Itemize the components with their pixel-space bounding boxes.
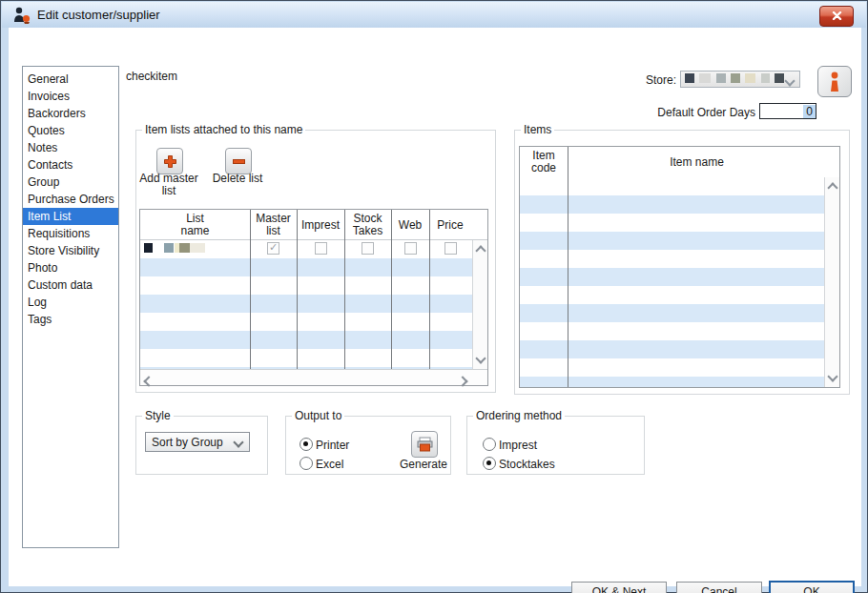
item-lists-table-body: [140, 240, 473, 369]
cancel-button[interactable]: Cancel: [676, 582, 762, 593]
window-title: Edit customer/supplier: [37, 8, 160, 22]
customer-name-value: checkitem: [126, 70, 177, 83]
imprest-radio[interactable]: [483, 438, 496, 451]
delete-list-label: Delete list: [203, 173, 272, 185]
add-master-list-button[interactable]: [156, 148, 183, 174]
redacted-text-block: [179, 243, 190, 253]
stocktakes-radio-label: Stocktakes: [499, 458, 555, 471]
chevron-down-icon: [233, 437, 243, 447]
column-divider: [297, 210, 298, 369]
ok-button[interactable]: OK: [769, 581, 855, 593]
sidebar-item-group[interactable]: Group: [23, 174, 118, 191]
table-row[interactable]: [140, 240, 473, 258]
category-sidebar: General Invoices Backorders Quotes Notes…: [22, 66, 119, 548]
sidebar-item-requisitions[interactable]: Requisitions: [23, 225, 118, 242]
scroll-left-icon[interactable]: [145, 375, 153, 388]
column-header-master-list[interactable]: Master list: [250, 210, 297, 240]
sidebar-item-purchase-orders[interactable]: Purchase Orders: [23, 191, 118, 208]
redacted-text-block: [144, 243, 153, 253]
sidebar-item-store-visibility[interactable]: Store Visibility: [23, 242, 118, 259]
sidebar-item-backorders[interactable]: Backorders: [23, 105, 118, 122]
items-panel-title: Items: [521, 123, 554, 136]
imprest-checkbox[interactable]: [315, 242, 327, 255]
web-checkbox[interactable]: [404, 242, 417, 255]
sidebar-item-tags[interactable]: Tags: [23, 311, 118, 328]
sidebar-item-item-list[interactable]: Item List: [23, 208, 118, 225]
dialog-edit-customer-supplier: Edit customer/supplier General Invoices …: [0, 0, 868, 593]
scroll-right-icon[interactable]: [459, 375, 466, 388]
generate-button-label: Generate: [396, 459, 451, 471]
dialog-body: General Invoices Backorders Quotes Notes…: [9, 28, 861, 586]
column-header-item-code[interactable]: Item code: [520, 147, 568, 177]
style-dropdown-value: Sort by Group: [152, 436, 223, 449]
store-label: Store:: [619, 73, 676, 87]
vertical-scrollbar[interactable]: [824, 177, 839, 387]
person-edit-icon: [12, 7, 31, 24]
items-table-body: [520, 177, 826, 387]
item-lists-table-header: List name Master list Imprest Stock Take…: [140, 210, 487, 240]
sidebar-item-log[interactable]: Log: [23, 294, 118, 311]
column-header-item-name[interactable]: Item name: [568, 147, 826, 177]
column-divider: [344, 210, 345, 369]
master-list-checkbox[interactable]: [267, 242, 279, 255]
imprest-radio-label: Imprest: [499, 439, 537, 452]
store-dropdown[interactable]: [680, 71, 800, 88]
plus-icon: [163, 154, 177, 169]
scroll-down-icon[interactable]: [829, 370, 837, 383]
stock-takes-checkbox[interactable]: [362, 242, 374, 255]
delete-list-button[interactable]: [225, 148, 252, 174]
scroll-up-icon[interactable]: [829, 181, 837, 194]
column-divider: [250, 210, 251, 369]
column-header-imprest[interactable]: Imprest: [297, 210, 344, 240]
redacted-text-block: [190, 243, 205, 253]
sidebar-item-quotes[interactable]: Quotes: [23, 122, 118, 139]
output-panel-title: Output to: [292, 409, 344, 422]
sidebar-item-notes[interactable]: Notes: [23, 139, 118, 156]
item-lists-panel-title: Item lists attached to this name: [142, 123, 305, 136]
scroll-up-icon[interactable]: [477, 244, 485, 257]
column-header-stock-takes[interactable]: Stock Takes: [344, 210, 391, 240]
titlebar: Edit customer/supplier: [2, 2, 866, 28]
column-divider: [429, 210, 430, 369]
info-icon: [828, 72, 841, 92]
printer-radio-label: Printer: [316, 439, 349, 452]
close-icon: [832, 11, 842, 21]
info-button[interactable]: [817, 66, 852, 97]
redacted-store-value: [685, 72, 786, 86]
ordering-panel-title: Ordering method: [473, 409, 565, 422]
excel-radio[interactable]: [300, 457, 313, 470]
close-button[interactable]: [819, 6, 854, 27]
sidebar-item-contacts[interactable]: Contacts: [23, 156, 118, 174]
column-divider: [391, 210, 392, 369]
sidebar-item-invoices[interactable]: Invoices: [23, 88, 118, 105]
column-header-price[interactable]: Price: [429, 210, 471, 240]
sidebar-item-custom-data[interactable]: Custom data: [23, 276, 118, 294]
column-divider: [568, 147, 568, 387]
sidebar-item-photo[interactable]: Photo: [23, 259, 118, 276]
ok-next-button[interactable]: OK & Next: [571, 582, 667, 593]
printer-radio[interactable]: [300, 438, 313, 451]
default-order-days-value: 0: [803, 105, 816, 118]
add-master-list-label: Add master list: [136, 173, 201, 197]
minus-icon: [232, 154, 246, 169]
excel-radio-label: Excel: [316, 458, 343, 471]
scroll-down-icon[interactable]: [477, 352, 485, 365]
style-dropdown[interactable]: Sort by Group: [145, 432, 250, 452]
column-header-list-name[interactable]: List name: [140, 210, 250, 240]
default-order-days-label: Default Order Days: [633, 106, 755, 119]
item-lists-table: List name Master list Imprest Stock Take…: [139, 209, 488, 386]
price-checkbox[interactable]: [444, 242, 457, 255]
stocktakes-radio[interactable]: [483, 457, 496, 470]
style-panel-title: Style: [142, 409, 174, 422]
vertical-scrollbar[interactable]: [472, 240, 487, 369]
items-table: Item code Item name: [519, 146, 840, 388]
generate-button[interactable]: [411, 431, 438, 458]
horizontal-scrollbar[interactable]: [140, 369, 487, 385]
default-order-days-input[interactable]: 0: [759, 103, 816, 119]
sidebar-item-general[interactable]: General: [23, 71, 118, 88]
redacted-text-block: [164, 243, 174, 253]
column-header-web[interactable]: Web: [391, 210, 429, 240]
printer-icon: [417, 437, 433, 452]
